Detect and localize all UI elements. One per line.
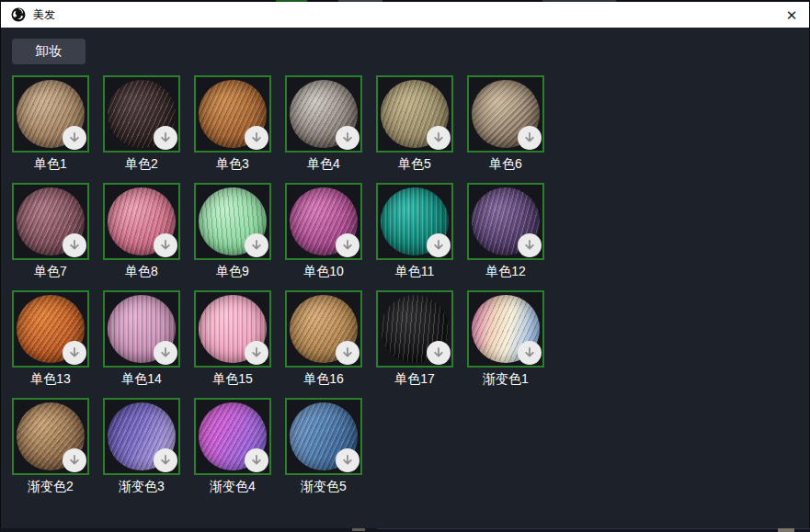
swatch-tile[interactable] [194,398,271,475]
swatch-tile[interactable] [376,75,453,153]
download-icon[interactable] [245,233,268,257]
swatch-item-10: 单色10 [285,183,362,278]
swatch-label: 渐变色3 [103,479,180,493]
swatch-label: 单色5 [376,156,453,171]
download-icon[interactable] [154,126,177,150]
swatch-label: 渐变色4 [194,479,271,493]
arrow-down-glyph [341,239,354,252]
swatch-tile[interactable] [467,75,544,153]
swatch-label: 单色12 [467,264,544,278]
swatch-item-14: 单色14 [103,290,180,386]
download-icon[interactable] [336,126,359,150]
swatch-item-15: 单色15 [194,290,271,386]
hair-style-dialog: 美发 ✕ 卸妆 单色1 单色2 [0,2,810,528]
close-icon[interactable]: ✕ [782,6,801,24]
swatch-item-5: 单色5 [376,75,453,171]
swatch-item-9: 单色9 [194,183,271,278]
swatch-tile[interactable] [467,290,544,368]
download-icon[interactable] [518,126,542,150]
swatch-tile[interactable] [12,290,89,368]
background-scrollbar-remnant [778,528,794,532]
download-icon[interactable] [245,341,268,365]
arrow-down-glyph [432,239,445,252]
swatch-label: 单色10 [285,264,362,278]
download-icon[interactable] [63,341,86,365]
download-icon[interactable] [63,126,86,150]
swatch-label: 单色14 [103,371,180,386]
swatch-label: 单色9 [194,264,271,278]
arrow-down-glyph [523,131,536,144]
arrow-down-glyph [250,346,263,359]
swatch-tile[interactable] [194,75,271,153]
arrow-down-glyph [250,239,263,252]
swatch-tile[interactable] [103,398,180,475]
download-icon[interactable] [63,448,86,472]
swatch-tile[interactable] [12,183,89,260]
arrow-down-glyph [68,454,81,467]
swatch-item-12: 单色12 [467,183,544,278]
swatch-item-11: 单色11 [376,183,453,278]
download-icon[interactable] [245,126,268,150]
download-icon[interactable] [336,341,359,365]
swatch-label: 单色15 [194,371,271,386]
swatch-tile[interactable] [285,183,362,260]
download-icon[interactable] [427,341,451,365]
download-icon[interactable] [63,233,86,257]
swatch-tile[interactable] [12,398,89,475]
arrow-down-glyph [68,239,81,252]
download-icon[interactable] [154,233,177,257]
background-text-remnant [352,528,365,531]
download-icon[interactable] [154,341,177,365]
download-icon[interactable] [427,233,451,257]
download-icon[interactable] [245,448,268,472]
swatch-grid: 单色1 单色2 单色3 [12,75,544,493]
swatch-tile[interactable] [12,75,89,153]
background-divider-line [377,528,810,529]
swatch-tile[interactable] [285,398,362,475]
download-icon[interactable] [336,233,359,257]
obs-logo-icon [11,7,26,22]
swatch-label: 单色3 [194,156,271,171]
download-icon[interactable] [518,233,542,257]
download-icon[interactable] [336,448,359,472]
swatch-item-21: 渐变色4 [194,398,271,493]
swatch-label: 单色11 [376,264,453,278]
arrow-down-glyph [68,346,81,359]
arrow-down-glyph [523,239,536,252]
download-icon[interactable] [518,341,542,365]
arrow-down-glyph [523,346,536,359]
swatch-tile[interactable] [103,290,180,368]
swatch-tile[interactable] [103,75,180,153]
swatch-item-8: 单色8 [103,183,180,278]
dialog-titlebar[interactable]: 美发 ✕ [1,2,809,28]
swatch-item-22: 渐变色5 [285,398,362,493]
swatch-tile[interactable] [285,290,362,368]
swatch-tile[interactable] [376,290,453,368]
swatch-label: 单色8 [103,264,180,278]
download-icon[interactable] [427,126,451,150]
arrow-down-glyph [432,346,445,359]
swatch-item-7: 单色7 [12,183,89,278]
arrow-down-glyph [159,131,172,144]
arrow-down-glyph [250,131,263,144]
arrow-down-glyph [159,346,172,359]
swatch-label: 单色6 [467,156,544,171]
arrow-down-glyph [159,454,172,467]
swatch-tile[interactable] [194,290,271,368]
swatch-label: 单色4 [285,156,362,171]
arrow-down-glyph [250,454,263,467]
arrow-down-glyph [341,131,354,144]
arrow-down-glyph [341,346,354,359]
dialog-body: 卸妆 单色1 单色2 [1,28,809,528]
download-icon[interactable] [154,448,177,472]
swatch-label: 单色16 [285,371,362,386]
swatch-item-17: 单色17 [376,290,453,386]
remove-makeup-button[interactable]: 卸妆 [12,39,86,64]
swatch-item-16: 单色16 [285,290,362,386]
swatch-tile[interactable] [376,183,453,260]
swatch-label: 单色2 [103,156,180,171]
swatch-tile[interactable] [467,183,544,260]
swatch-tile[interactable] [194,183,271,260]
swatch-tile[interactable] [103,183,180,260]
swatch-tile[interactable] [285,75,362,153]
